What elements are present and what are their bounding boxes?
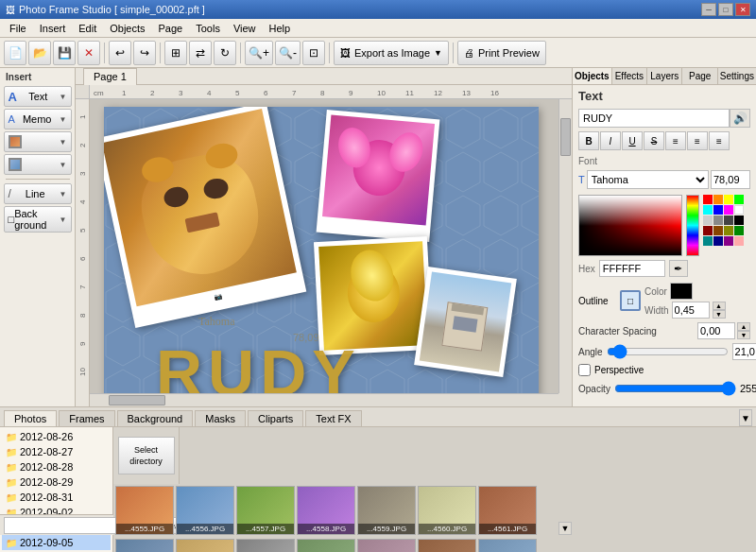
char-spin-up-icon[interactable]: ▲ bbox=[737, 322, 750, 331]
tab-photos[interactable]: Photos bbox=[4, 410, 57, 426]
perspective-checkbox[interactable] bbox=[578, 364, 591, 376]
tab-effects[interactable]: Effects bbox=[612, 68, 647, 84]
tab-masks[interactable]: Masks bbox=[195, 410, 246, 426]
swatch-blue[interactable] bbox=[713, 205, 723, 215]
new-button[interactable]: 📄 bbox=[4, 41, 26, 65]
align-center-button[interactable]: ≡ bbox=[687, 131, 708, 150]
photo-thumb-0[interactable]: ...4555.JPG bbox=[115, 486, 174, 535]
swatch-purple[interactable] bbox=[724, 236, 733, 246]
swatch-pink[interactable] bbox=[734, 236, 744, 246]
flip-button[interactable]: ⇄ bbox=[189, 41, 212, 65]
export-button[interactable]: 🖼 Export as Image ▼ bbox=[334, 41, 449, 65]
tab-frames[interactable]: Frames bbox=[59, 410, 114, 426]
select-directory-button[interactable]: Select directory bbox=[118, 437, 175, 474]
tab-background[interactable]: Background bbox=[117, 410, 194, 426]
spin-down-icon[interactable]: ▼ bbox=[713, 310, 726, 319]
outline-width-spinner[interactable]: ▲ ▼ bbox=[713, 302, 726, 319]
minimize-button[interactable]: ─ bbox=[701, 3, 716, 16]
outline-color-picker[interactable] bbox=[670, 283, 693, 300]
undo-button[interactable]: ↩ bbox=[109, 41, 131, 65]
photo-thumb-10[interactable]: ...4565.JPG bbox=[297, 539, 355, 552]
swatch-orange[interactable] bbox=[713, 195, 723, 204]
opacity-slider[interactable] bbox=[614, 382, 736, 395]
image-tool-2-button[interactable]: ▼ bbox=[4, 154, 72, 175]
tab-page[interactable]: Page bbox=[682, 68, 717, 84]
tab-objects[interactable]: Objects bbox=[573, 68, 612, 84]
rotate-button[interactable]: ↻ bbox=[214, 41, 236, 65]
angle-slider[interactable] bbox=[607, 345, 729, 358]
menu-tools[interactable]: Tools bbox=[190, 22, 226, 35]
swatch-yellow[interactable] bbox=[724, 195, 733, 204]
print-preview-button[interactable]: 🖨 Print Preview bbox=[457, 41, 546, 65]
swatch-darkred[interactable] bbox=[703, 226, 713, 235]
swatch-green[interactable] bbox=[734, 195, 744, 204]
swatch-white[interactable] bbox=[734, 205, 744, 215]
swatch-cyan[interactable] bbox=[703, 205, 713, 215]
text-tool-button[interactable]: A Text ▼ bbox=[4, 86, 72, 107]
photo-thumb-2[interactable]: ...4557.JPG bbox=[236, 486, 295, 535]
char-spacing-input[interactable] bbox=[697, 322, 735, 339]
text-content-input[interactable] bbox=[578, 109, 730, 128]
menu-help[interactable]: Help bbox=[264, 22, 297, 35]
photo-thumb-13[interactable]: ...4568.JPG bbox=[478, 539, 537, 552]
menu-insert[interactable]: Insert bbox=[34, 22, 72, 35]
font-select[interactable]: Tahoma bbox=[587, 170, 709, 189]
memo-tool-button[interactable]: A Memo ▼ bbox=[4, 109, 72, 129]
tree-item-4[interactable]: 📁 2012-08-31 bbox=[2, 490, 111, 505]
zoom-out-button[interactable]: 🔍- bbox=[275, 41, 301, 65]
maximize-button[interactable]: □ bbox=[718, 3, 733, 16]
photo-thumb-3[interactable]: ...4558.JPG bbox=[297, 486, 355, 535]
swatch-olive[interactable] bbox=[724, 226, 733, 235]
swatch-black[interactable] bbox=[734, 216, 744, 225]
menu-objects[interactable]: Objects bbox=[104, 22, 150, 35]
underline-button[interactable]: U bbox=[622, 131, 643, 150]
swatch-gray[interactable] bbox=[713, 216, 723, 225]
tree-item-0[interactable]: 📁 2012-08-26 bbox=[2, 429, 111, 444]
menu-page[interactable]: Page bbox=[153, 22, 189, 35]
font-size-input[interactable] bbox=[711, 170, 750, 189]
photo-thumb-1[interactable]: ...4556.JPG bbox=[176, 486, 234, 535]
photo-thumb-9[interactable]: ...4564.JPG bbox=[236, 539, 295, 552]
title-controls[interactable]: ─ □ ✕ bbox=[701, 3, 750, 16]
vertical-scroll-thumb[interactable] bbox=[560, 118, 571, 156]
zoom-in-button[interactable]: 🔍+ bbox=[245, 41, 273, 65]
photo-thumb-5[interactable]: ...4560.JPG bbox=[418, 486, 476, 535]
photo-thumb-7[interactable]: ...4562.JPG bbox=[115, 539, 174, 552]
horizontal-scrollbar[interactable] bbox=[90, 393, 558, 406]
save-button[interactable]: 💾 bbox=[53, 41, 76, 65]
page-tab-1[interactable]: Page 1 bbox=[83, 68, 137, 85]
align-button[interactable]: ⊞ bbox=[164, 41, 187, 65]
swatch-darkblue[interactable] bbox=[713, 236, 723, 246]
photo-thumb-4[interactable]: ...4559.JPG bbox=[357, 486, 416, 535]
color-gradient[interactable] bbox=[578, 195, 682, 256]
tree-item-1[interactable]: 📁 2012-08-27 bbox=[2, 444, 111, 459]
outline-width-input[interactable] bbox=[672, 302, 710, 319]
photo-thumb-11[interactable]: ...4566.JPG bbox=[357, 539, 416, 552]
image-tool-1-button[interactable]: ▼ bbox=[4, 131, 72, 152]
tree-item-3[interactable]: 📁 2012-08-29 bbox=[2, 474, 111, 490]
tree-item-7[interactable]: 📁 2012-09-05 bbox=[2, 535, 111, 550]
redo-button[interactable]: ↪ bbox=[133, 41, 156, 65]
photo-scroll-down[interactable]: ▼ bbox=[558, 522, 572, 535]
eyedropper-button[interactable]: ✒ bbox=[669, 260, 688, 277]
angle-input[interactable] bbox=[732, 343, 756, 360]
menu-file[interactable]: File bbox=[4, 22, 32, 35]
align-left-button[interactable]: ≡ bbox=[665, 131, 686, 150]
swatch-lightgray[interactable] bbox=[703, 216, 713, 225]
char-spacing-spinner[interactable]: ▲ ▼ bbox=[737, 322, 750, 339]
delete-button[interactable]: ✕ bbox=[77, 41, 100, 65]
swatch-darkgray[interactable] bbox=[724, 216, 733, 225]
line-tool-button[interactable]: / Line ▼ bbox=[4, 183, 72, 204]
spin-up-icon[interactable]: ▲ bbox=[713, 302, 726, 310]
tab-layers[interactable]: Layers bbox=[647, 68, 682, 84]
swatch-red[interactable] bbox=[703, 195, 713, 204]
photo-thumb-6[interactable]: ...4561.JPG bbox=[478, 486, 537, 535]
tab-text-fx[interactable]: Text FX bbox=[305, 410, 361, 426]
search-input[interactable] bbox=[4, 517, 113, 534]
speaker-button[interactable]: 🔊 bbox=[730, 109, 750, 128]
strikethrough-button[interactable]: S bbox=[644, 131, 664, 150]
outline-icon-button[interactable]: □ bbox=[620, 290, 641, 311]
close-button[interactable]: ✕ bbox=[735, 3, 750, 16]
menu-edit[interactable]: Edit bbox=[73, 22, 102, 35]
swatch-magenta[interactable] bbox=[724, 205, 733, 215]
